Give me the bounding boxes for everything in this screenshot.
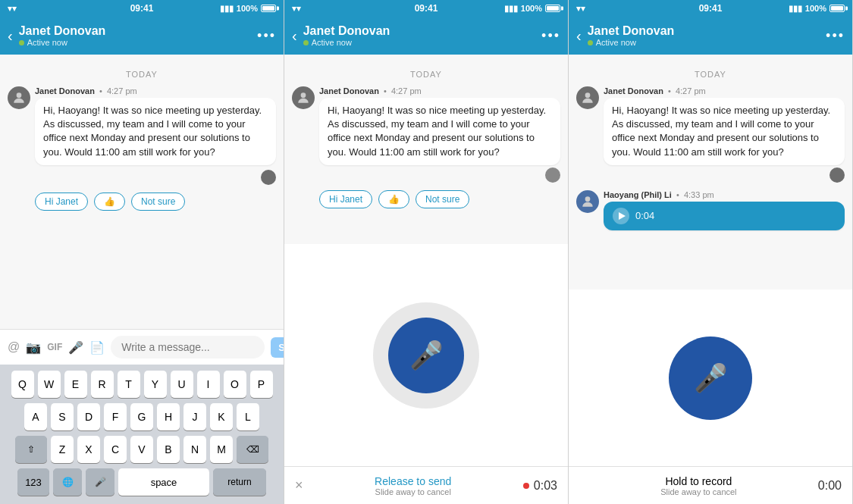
key-f[interactable]: F xyxy=(104,403,127,430)
status-text-3: Active now xyxy=(596,38,636,47)
key-j[interactable]: J xyxy=(183,403,206,430)
audio-duration: 0:04 xyxy=(635,209,654,223)
key-w[interactable]: W xyxy=(38,371,61,398)
key-d[interactable]: D xyxy=(77,403,100,430)
key-t[interactable]: T xyxy=(118,371,140,398)
quick-reply-not-sure-2[interactable]: Not sure xyxy=(416,190,469,208)
cancel-recording-button[interactable]: × xyxy=(295,477,303,493)
contact-status-1: Active now xyxy=(19,38,251,47)
key-e[interactable]: E xyxy=(64,371,87,398)
quick-reply-thumbs-2[interactable]: 👍 xyxy=(378,190,409,208)
quick-reply-hi-janet-2[interactable]: Hi Janet xyxy=(319,190,372,208)
mic-icon-recording: 🎤 xyxy=(409,340,444,371)
key-x[interactable]: X xyxy=(77,436,100,463)
key-r[interactable]: R xyxy=(91,371,114,398)
key-l[interactable]: L xyxy=(237,403,259,430)
message-bubble-3: Hi, Haoyang! It was so nice meeting up y… xyxy=(604,98,845,165)
file-button-1[interactable]: 📄 xyxy=(89,340,105,355)
hold-overlay: 🎤 xyxy=(569,290,852,466)
message-bubble-1: Hi, Haoyang! It was so nice meeting up y… xyxy=(35,98,276,165)
quick-reply-hi-janet-1[interactable]: Hi Janet xyxy=(35,193,88,211)
key-z[interactable]: Z xyxy=(51,436,74,463)
message-row-1: Janet Donovan • 4:27 pm Hi, Haoyang! It … xyxy=(8,86,276,185)
hold-timer: 0:00 xyxy=(818,479,842,493)
key-shift[interactable]: ⇧ xyxy=(15,436,47,463)
back-button-2[interactable]: ‹ xyxy=(292,28,297,43)
message-input-1[interactable] xyxy=(111,336,265,358)
key-k[interactable]: K xyxy=(210,403,233,430)
active-dot-2 xyxy=(303,40,309,45)
key-q[interactable]: Q xyxy=(11,371,34,398)
sender-name-2: Janet Donovan xyxy=(319,86,379,95)
header-info-2: Janet Donovan Active now xyxy=(303,24,535,47)
key-p[interactable]: P xyxy=(250,371,273,398)
recording-timer: 0:03 xyxy=(523,479,557,493)
more-button-3[interactable]: ••• xyxy=(826,28,845,44)
panel-2: ▾▾ 09:41 ▮▮▮ 100% ‹ Janet Donovan Active… xyxy=(284,0,569,504)
status-bar-3: ▾▾ 09:41 ▮▮▮ 100% xyxy=(569,0,852,17)
hold-info: Hold to record Slide away to cancel xyxy=(579,475,818,496)
key-a[interactable]: A xyxy=(24,403,47,430)
keyboard-row-2: A S D F G H J K L xyxy=(3,403,281,430)
key-c[interactable]: C xyxy=(104,436,127,463)
key-h[interactable]: H xyxy=(157,403,180,430)
audio-meta: Haoyang (Phil) Li • 4:33 pm xyxy=(604,190,845,199)
chat-area-1: TODAY Janet Donovan • 4:27 pm Hi, Haoyan… xyxy=(0,55,284,329)
recording-info: Release to send Slide away to cancel xyxy=(375,475,451,496)
key-g[interactable]: G xyxy=(130,403,153,430)
hold-circle[interactable]: 🎤 xyxy=(669,337,752,420)
key-n[interactable]: N xyxy=(183,436,206,463)
contact-name-1: Janet Donovan xyxy=(19,24,251,38)
header-2: ‹ Janet Donovan Active now ••• xyxy=(284,17,568,55)
header-3: ‹ Janet Donovan Active now ••• xyxy=(569,17,852,55)
header-info-1: Janet Donovan Active now xyxy=(19,24,251,47)
key-return[interactable]: return xyxy=(213,468,266,496)
contact-name-2: Janet Donovan xyxy=(303,24,535,38)
hold-time: 0:00 xyxy=(818,479,842,493)
key-s[interactable]: S xyxy=(51,403,74,430)
hold-status-bar: Hold to record Slide away to cancel 0:00 xyxy=(569,466,852,504)
quick-replies-1: Hi Janet 👍 Not sure xyxy=(35,193,276,211)
key-i[interactable]: I xyxy=(197,371,220,398)
key-backspace[interactable]: ⌫ xyxy=(237,436,268,463)
back-button-3[interactable]: ‹ xyxy=(576,28,582,43)
recording-dot xyxy=(523,483,529,489)
recording-overlay: 🎤 xyxy=(284,244,568,466)
panel-3: ▾▾ 09:41 ▮▮▮ 100% ‹ Janet Donovan Active… xyxy=(569,0,853,504)
more-button-2[interactable]: ••• xyxy=(541,28,560,44)
more-button-1[interactable]: ••• xyxy=(257,28,276,44)
key-u[interactable]: U xyxy=(171,371,193,398)
back-button-1[interactable]: ‹ xyxy=(8,28,13,43)
status-time-3: 09:41 xyxy=(699,3,723,14)
battery-label-3: 100% xyxy=(805,4,826,13)
camera-button-1[interactable]: 📷 xyxy=(26,340,41,355)
contact-name-3: Janet Donovan xyxy=(588,24,820,38)
svg-point-1 xyxy=(301,92,306,98)
message-wrap-2: Janet Donovan • 4:27 pm Hi, Haoyang! It … xyxy=(319,86,560,183)
key-o[interactable]: O xyxy=(224,371,246,398)
mic-button-1[interactable]: 🎤 xyxy=(68,340,83,355)
key-mic[interactable]: 🎤 xyxy=(86,468,114,496)
key-v[interactable]: V xyxy=(130,436,153,463)
key-b[interactable]: B xyxy=(157,436,180,463)
message-row-3b: Haoyang (Phil) Li • 4:33 pm 0:04 xyxy=(576,190,845,230)
quick-reply-thumbs-1[interactable]: 👍 xyxy=(94,193,125,211)
key-num[interactable]: 123 xyxy=(17,468,49,496)
key-y[interactable]: Y xyxy=(144,371,167,398)
input-bar-1: @ 📷 GIF 🎤 📄 Send xyxy=(0,329,284,365)
recording-circle-inner[interactable]: 🎤 xyxy=(388,318,464,393)
status-text-2: Active now xyxy=(312,38,352,47)
avatar-janet-2 xyxy=(292,86,315,109)
audio-bubble[interactable]: 0:04 xyxy=(604,202,845,230)
at-button-1[interactable]: @ xyxy=(8,340,20,354)
key-globe[interactable]: 🌐 xyxy=(53,468,82,496)
send-button-1[interactable]: Send xyxy=(271,337,284,358)
key-space[interactable]: space xyxy=(118,468,209,496)
message-meta-2: Janet Donovan • 4:27 pm xyxy=(319,86,560,95)
key-m[interactable]: M xyxy=(210,436,233,463)
quick-reply-not-sure-1[interactable]: Not sure xyxy=(131,193,185,211)
active-dot-1 xyxy=(19,40,24,45)
play-button[interactable] xyxy=(613,208,629,224)
panel-1: ▾▾ 09:41 ▮▮▮ 100% ‹ Janet Donovan Active… xyxy=(0,0,284,504)
gif-button-1[interactable]: GIF xyxy=(47,342,62,352)
